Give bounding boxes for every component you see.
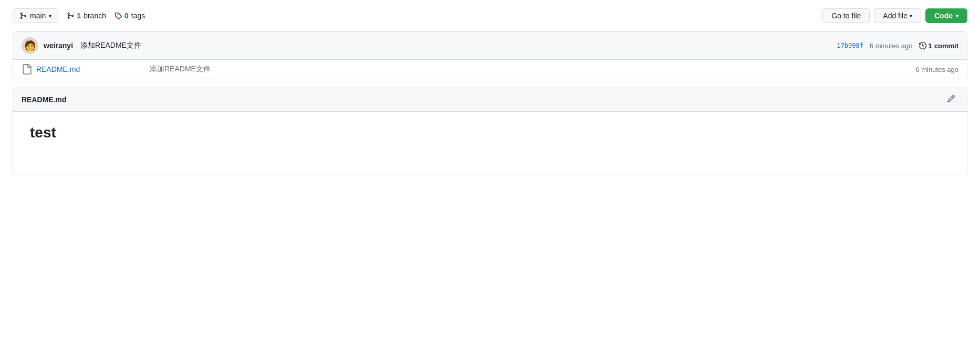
commit-message: 添加README文件 — [80, 41, 141, 50]
history-icon — [919, 42, 926, 49]
table-row: README.md 添加README文件 6 minutes ago — [13, 60, 967, 79]
toolbar-right: Go to file Add file ▾ Code ▾ — [822, 8, 967, 23]
commit-info-left: 🧑 weiranyi 添加README文件 — [22, 37, 141, 54]
branch-name: main — [30, 12, 46, 20]
commit-author[interactable]: weiranyi — [44, 41, 73, 50]
branch-count: 1 — [77, 12, 81, 20]
commit-time: 6 minutes ago — [870, 42, 913, 50]
tag-count-link[interactable]: 0 tags — [114, 12, 145, 20]
commit-label: commit — [934, 42, 958, 50]
readme-title: README.md — [22, 95, 67, 104]
file-commit-message: 添加README文件 — [141, 65, 915, 74]
go-to-file-button[interactable]: Go to file — [822, 8, 870, 23]
toolbar-left: main ▾ 1 branch 0 tags — [13, 8, 145, 23]
tag-icon — [114, 12, 122, 19]
branch-count-icon — [67, 12, 74, 19]
code-label: Code — [934, 12, 953, 20]
readme-edit-button[interactable] — [944, 93, 958, 106]
add-file-button[interactable]: Add file ▾ — [874, 8, 921, 23]
commit-count: 1 — [929, 42, 932, 50]
go-to-file-label: Go to file — [831, 12, 861, 20]
file-time: 6 minutes ago — [915, 66, 958, 73]
chevron-down-icon: ▾ — [49, 13, 51, 19]
commit-count-link[interactable]: 1 commit — [919, 42, 958, 50]
readme-header: README.md — [13, 88, 967, 112]
file-table: 🧑 weiranyi 添加README文件 17b998f 6 minutes … — [13, 31, 967, 79]
tag-count: 0 — [124, 12, 129, 20]
branch-text: branch — [84, 12, 106, 20]
toolbar: main ▾ 1 branch 0 tags Go to file Add fi… — [13, 8, 967, 23]
code-chevron-icon: ▾ — [956, 13, 958, 19]
branch-icon — [19, 12, 27, 19]
commit-hash-link[interactable]: 17b998f — [837, 42, 863, 49]
readme-content: test — [13, 112, 967, 175]
tag-text: tags — [131, 12, 145, 20]
readme-heading: test — [30, 124, 950, 141]
file-name-link[interactable]: README.md — [36, 65, 141, 73]
branch-selector-button[interactable]: main ▾ — [13, 8, 58, 23]
edit-icon — [947, 94, 955, 103]
readme-box: README.md test — [13, 88, 967, 175]
branch-count-link[interactable]: 1 branch — [67, 12, 106, 20]
add-file-label: Add file — [883, 12, 908, 20]
commit-info-right: 17b998f 6 minutes ago 1 commit — [837, 42, 958, 50]
commit-row: 🧑 weiranyi 添加README文件 17b998f 6 minutes … — [13, 32, 967, 60]
avatar[interactable]: 🧑 — [22, 37, 38, 54]
code-button[interactable]: Code ▾ — [925, 8, 967, 23]
avatar-emoji: 🧑 — [24, 40, 36, 51]
add-file-chevron-icon: ▾ — [910, 13, 912, 19]
file-icon — [22, 64, 32, 74]
